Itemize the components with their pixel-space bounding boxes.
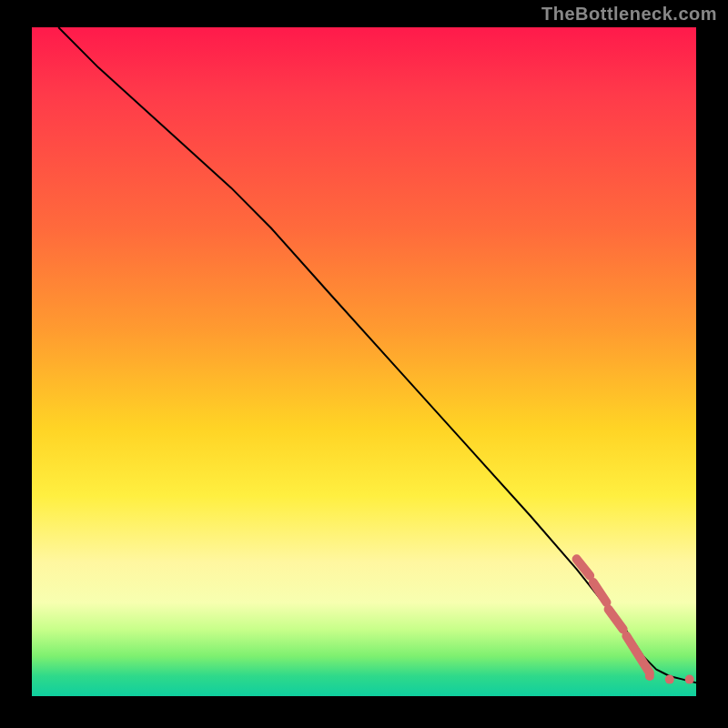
plot-area xyxy=(32,27,696,696)
marker-bar xyxy=(609,610,623,630)
marker-dot xyxy=(665,675,674,684)
marker-bar xyxy=(626,636,650,672)
marker-dot xyxy=(685,675,694,684)
line-series xyxy=(58,27,696,682)
marker-dot xyxy=(645,672,654,681)
marker-bar xyxy=(593,582,607,602)
series-curve xyxy=(58,27,696,682)
watermark-text: TheBottleneck.com xyxy=(541,4,717,25)
marker-bar xyxy=(577,559,591,575)
chart-container: TheBottleneck.com xyxy=(0,0,728,728)
chart-svg xyxy=(32,27,696,696)
marker-series xyxy=(577,559,694,683)
